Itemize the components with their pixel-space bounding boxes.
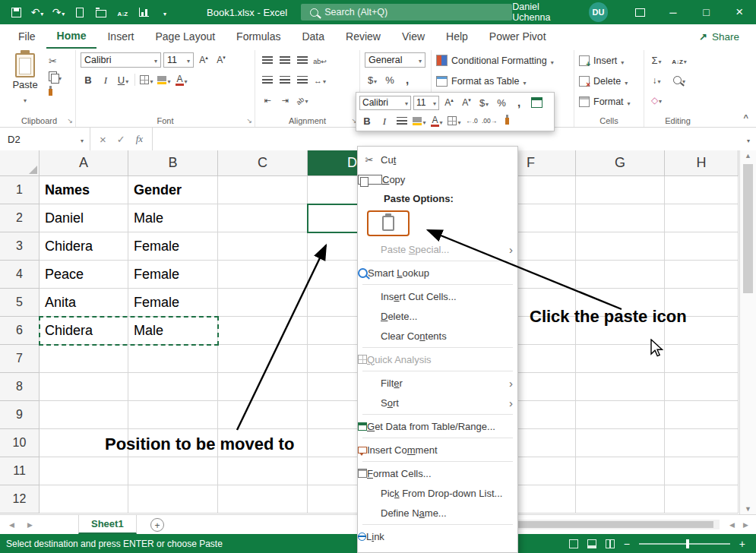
formula-bar-expand-button[interactable] bbox=[741, 128, 756, 150]
bold-button[interactable] bbox=[81, 72, 96, 87]
cell-B11[interactable] bbox=[128, 457, 218, 485]
grow-font-button[interactable] bbox=[196, 52, 211, 68]
row-header-8[interactable]: 8 bbox=[0, 373, 40, 401]
format-painter-button[interactable] bbox=[49, 87, 62, 98]
format-cells-button[interactable]: Format bbox=[579, 93, 641, 110]
undo-button[interactable] bbox=[27, 2, 47, 23]
fill-color-button[interactable] bbox=[157, 72, 172, 87]
select-all-corner[interactable] bbox=[0, 150, 40, 176]
cell-A2[interactable]: Daniel bbox=[40, 204, 128, 232]
center-button[interactable] bbox=[277, 72, 293, 87]
cell-B8[interactable] bbox=[128, 373, 218, 401]
sheet-nav-right-button[interactable] bbox=[27, 515, 33, 534]
align-left-button[interactable] bbox=[260, 72, 275, 87]
cell-G3[interactable] bbox=[576, 232, 665, 261]
cell-G6[interactable] bbox=[576, 317, 665, 345]
cell-H6[interactable] bbox=[665, 317, 739, 345]
menu-item-paste-special[interactable]: Paste Special... bbox=[358, 239, 517, 259]
zoom-out-button[interactable] bbox=[624, 537, 630, 551]
borders-button[interactable] bbox=[139, 72, 154, 87]
dialog-launcher-icon[interactable] bbox=[67, 117, 73, 125]
cell-C5[interactable] bbox=[218, 289, 308, 317]
dialog-launcher-icon[interactable] bbox=[246, 117, 252, 125]
vertical-scrollbar-thumb[interactable] bbox=[743, 164, 753, 293]
enter-button[interactable] bbox=[117, 134, 125, 145]
mini-center-button[interactable] bbox=[394, 113, 410, 128]
cell-H9[interactable] bbox=[665, 401, 739, 429]
menu-item-get-data-from-table-range[interactable]: Get Data from Table/Range... bbox=[358, 416, 517, 436]
page-layout-view-button[interactable] bbox=[587, 539, 596, 548]
cell-B7[interactable] bbox=[128, 345, 218, 373]
row-header-3[interactable]: 3 bbox=[0, 232, 40, 261]
menu-item-cut[interactable]: Cut bbox=[358, 150, 517, 169]
cell-G5[interactable] bbox=[576, 289, 665, 317]
sort-button[interactable] bbox=[112, 2, 132, 23]
decrease-indent-button[interactable] bbox=[260, 92, 275, 107]
column-header-H[interactable]: H bbox=[665, 150, 739, 176]
autosum-button[interactable] bbox=[649, 52, 664, 68]
paste-button[interactable]: Paste bbox=[8, 52, 43, 106]
menu-item-copy[interactable]: Copy bbox=[358, 169, 517, 189]
find-select-button[interactable] bbox=[672, 72, 687, 87]
italic-button[interactable] bbox=[98, 72, 113, 87]
page-break-view-button[interactable] bbox=[606, 539, 615, 548]
cut-button[interactable] bbox=[49, 55, 62, 66]
mini-percent-button[interactable] bbox=[494, 95, 509, 110]
chart-button[interactable] bbox=[134, 2, 153, 23]
cell-B5[interactable]: Female bbox=[128, 289, 218, 317]
avatar[interactable]: DU bbox=[589, 2, 609, 22]
mini-grow-font-button[interactable] bbox=[441, 95, 457, 110]
cell-A1[interactable]: Names bbox=[40, 176, 128, 204]
cell-B1[interactable]: Gender bbox=[128, 176, 218, 204]
mini-font-color-button[interactable] bbox=[429, 113, 444, 128]
open-button[interactable] bbox=[91, 2, 111, 23]
percent-style-button[interactable] bbox=[382, 72, 397, 87]
menu-item-format-cells[interactable]: Format Cells... bbox=[358, 463, 517, 483]
tab-data[interactable]: Data bbox=[291, 24, 335, 49]
delete-cells-button[interactable]: Delete bbox=[579, 72, 641, 90]
menu-item-clear-contents[interactable]: Clear Contents bbox=[358, 326, 517, 346]
cell-G8[interactable] bbox=[576, 373, 665, 401]
cell-A9[interactable] bbox=[40, 401, 128, 429]
mini-comma-button[interactable] bbox=[511, 95, 527, 110]
shrink-font-button[interactable] bbox=[214, 52, 229, 68]
mini-shrink-font-button[interactable] bbox=[459, 95, 474, 110]
new-file-button[interactable] bbox=[70, 2, 90, 23]
menu-item-delete[interactable]: Delete... bbox=[358, 306, 517, 326]
cell-C10[interactable] bbox=[218, 429, 308, 457]
cell-G12[interactable] bbox=[576, 485, 665, 514]
vertical-scrollbar[interactable] bbox=[739, 150, 756, 514]
tab-page-layout[interactable]: Page Layout bbox=[144, 24, 226, 49]
row-header-6[interactable]: 6 bbox=[0, 317, 40, 345]
cell-G1[interactable] bbox=[576, 176, 665, 204]
customize-qat-button[interactable] bbox=[155, 2, 175, 23]
menu-item-insert-comment[interactable]: Insert Comment bbox=[358, 440, 517, 460]
mini-borders-button[interactable] bbox=[447, 113, 462, 128]
redo-button[interactable] bbox=[49, 2, 68, 23]
search-box[interactable]: Search (Alt+Q) bbox=[301, 4, 512, 21]
fill-button[interactable] bbox=[649, 72, 664, 87]
number-format-select[interactable]: General bbox=[365, 52, 425, 68]
mini-italic-button[interactable] bbox=[377, 113, 392, 128]
format-as-table-button[interactable]: Format as Table bbox=[436, 72, 571, 90]
insert-function-button[interactable] bbox=[136, 133, 143, 145]
row-header-1[interactable]: 1 bbox=[0, 176, 40, 204]
menu-item-link[interactable]: Link bbox=[358, 526, 517, 546]
cell-B9[interactable] bbox=[128, 401, 218, 429]
sheet-nav-left-button[interactable] bbox=[9, 515, 14, 534]
cell-C1[interactable] bbox=[218, 176, 308, 204]
row-header-4[interactable]: 4 bbox=[0, 261, 40, 289]
row-header-5[interactable]: 5 bbox=[0, 289, 40, 317]
mini-font-name-select[interactable]: Calibri bbox=[359, 96, 411, 110]
top-align-button[interactable] bbox=[260, 52, 275, 68]
middle-align-button[interactable] bbox=[277, 52, 293, 68]
cell-C9[interactable] bbox=[218, 401, 308, 429]
font-color-button[interactable] bbox=[174, 72, 189, 87]
mini-decrease-decimal-button[interactable]: ←.0 bbox=[464, 113, 479, 128]
mini-format-painter-button[interactable] bbox=[499, 113, 514, 128]
paste-icon-button[interactable] bbox=[367, 210, 410, 236]
mini-font-size-select[interactable]: 11 bbox=[413, 96, 439, 110]
cell-A8[interactable] bbox=[40, 373, 128, 401]
normal-view-button[interactable] bbox=[569, 539, 578, 548]
cell-A10[interactable] bbox=[40, 429, 128, 457]
